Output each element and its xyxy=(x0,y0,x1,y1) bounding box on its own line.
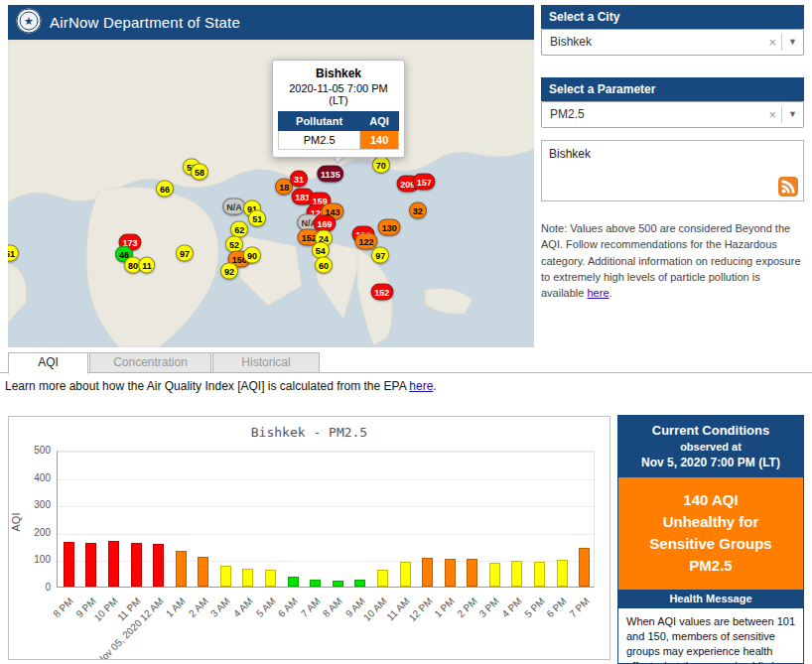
dos-seal-icon: ★ xyxy=(16,8,42,38)
health-message-text: When AQI values are between 101 and 150,… xyxy=(618,608,803,664)
map[interactable]: Bishkek 2020-11-05 7:00 PM (LT) Pollutan… xyxy=(8,40,534,347)
map-marker[interactable]: 51 xyxy=(248,210,266,227)
map-marker[interactable]: 97 xyxy=(176,245,194,262)
map-marker[interactable]: 58 xyxy=(191,163,208,180)
chart-y-tick: 100 xyxy=(15,554,51,565)
map-marker[interactable]: 97 xyxy=(371,247,389,264)
svg-text:★: ★ xyxy=(24,15,34,27)
tab-historical[interactable]: Historical xyxy=(212,352,320,373)
chart-bar xyxy=(557,560,568,587)
current-conditions-panel: Current Conditions observed at Nov 5, 20… xyxy=(617,415,804,664)
chart-bar xyxy=(354,580,365,587)
popup-city: Bishkek xyxy=(278,66,399,80)
beyond-aqi-note: Note: Values above 500 are considered Be… xyxy=(541,220,805,301)
map-marker[interactable]: 92 xyxy=(220,263,238,280)
chart-title: Bishkek - PM2.5 xyxy=(9,425,609,440)
popup-timezone: (LT) xyxy=(278,94,399,106)
chart-bar xyxy=(377,570,388,587)
map-marker[interactable]: 130 xyxy=(378,219,401,236)
parameter-clear-icon[interactable]: × xyxy=(768,102,776,127)
parameter-select-value: PM2.5 xyxy=(550,102,585,127)
chart-y-tick: 300 xyxy=(15,499,51,510)
map-landmass xyxy=(8,40,534,347)
tab-aqi[interactable]: AQI xyxy=(8,352,88,374)
chart-bar xyxy=(467,559,477,587)
popup-col-pollutant: Pollutant xyxy=(279,112,360,131)
epa-here-link[interactable]: here xyxy=(409,379,433,393)
chart-y-tick: 200 xyxy=(15,527,51,538)
map-marker[interactable]: 60 xyxy=(315,256,333,273)
map-marker[interactable]: 31 xyxy=(290,171,308,188)
chart-bar xyxy=(131,543,142,587)
map-marker[interactable]: 70 xyxy=(372,156,390,173)
chart-y-tick: 0 xyxy=(15,582,51,593)
aqi-value: 140 AQI xyxy=(628,489,793,511)
city-select[interactable]: Bishkek × ▼ xyxy=(541,29,804,56)
note-here-link[interactable]: here xyxy=(587,287,609,299)
tab-concentration[interactable]: Concentration xyxy=(89,352,211,373)
select-divider xyxy=(781,106,782,123)
feed-box: Bishkek xyxy=(541,140,804,201)
chart-bar xyxy=(220,566,231,587)
chart-bar xyxy=(153,544,164,587)
city-chevron-down-icon[interactable]: ▼ xyxy=(788,30,797,55)
map-marker[interactable]: 32 xyxy=(409,202,427,219)
page: ★ AirNow Department of State Bishkek 202… xyxy=(0,0,812,664)
select-divider xyxy=(781,34,782,51)
chart-y-axis-label: AQI xyxy=(10,487,22,557)
select-city-header: Select a City xyxy=(541,5,804,29)
popup-aqi-value: 140 xyxy=(360,131,399,150)
map-marker[interactable]: 90 xyxy=(243,247,261,264)
chart-bar xyxy=(333,581,343,587)
map-popup: Bishkek 2020-11-05 7:00 PM (LT) Pollutan… xyxy=(272,60,405,158)
chart-bar xyxy=(85,543,96,587)
chart-gridline xyxy=(58,479,594,480)
chart-bar xyxy=(288,577,299,587)
feed-city-label: Bishkek xyxy=(549,147,591,161)
aqi-pollutant: PM2.5 xyxy=(628,555,793,577)
popup-datetime: 2020-11-05 7:00 PM xyxy=(278,82,399,94)
rss-icon[interactable] xyxy=(778,177,798,197)
aqi-chart-panel: Bishkek - PM2.5 AQI 01002003004005008 PM… xyxy=(8,416,610,660)
chart-bar xyxy=(400,562,411,587)
chart-bar xyxy=(198,557,208,587)
map-marker[interactable]: 11 xyxy=(138,256,156,273)
epa-note: Learn more about how the Air Quality Ind… xyxy=(5,379,437,393)
city-select-value: Bishkek xyxy=(550,30,592,55)
chart-gridline xyxy=(58,452,594,453)
parameter-select[interactable]: PM2.5 × ▼ xyxy=(541,101,804,128)
chart-bar xyxy=(579,548,590,587)
chart-bar xyxy=(422,558,433,587)
chart-bar xyxy=(64,542,74,587)
chart-bar xyxy=(310,580,321,587)
chart-gridline xyxy=(58,506,594,507)
chart-y-tick: 500 xyxy=(15,445,51,456)
chart-bar xyxy=(242,569,253,587)
parameter-chevron-down-icon[interactable]: ▼ xyxy=(788,102,797,127)
observed-at-time: Nov 5, 2020 7:00 PM (LT) xyxy=(622,456,799,469)
chart-bar xyxy=(534,562,545,587)
chart-bar xyxy=(489,563,500,587)
chart-bar xyxy=(445,559,456,587)
map-marker[interactable]: 157 xyxy=(413,173,436,190)
chart-bar xyxy=(108,541,119,587)
select-parameter-header: Select a Parameter xyxy=(541,77,804,101)
page-title: AirNow Department of State xyxy=(50,14,240,31)
current-conditions-title: Current Conditions xyxy=(622,423,799,438)
city-clear-icon[interactable]: × xyxy=(768,30,776,55)
map-marker[interactable]: 152 xyxy=(370,283,393,300)
chart-gridline xyxy=(58,534,594,535)
health-message-header: Health Message xyxy=(618,590,803,608)
aqi-category: Unhealthy for Sensitive Groups xyxy=(628,511,793,555)
app-header: ★ AirNow Department of State xyxy=(8,5,534,40)
popup-pollutant-value: PM2.5 xyxy=(279,131,360,150)
chart-bar xyxy=(265,570,276,587)
chart-bar xyxy=(511,561,522,587)
map-marker[interactable]: 66 xyxy=(156,181,174,198)
chart-y-tick: 400 xyxy=(15,472,51,483)
observed-at-label: observed at xyxy=(622,441,799,453)
chart-bar xyxy=(176,551,187,587)
chart-plot xyxy=(57,451,595,588)
map-marker[interactable]: 1135 xyxy=(317,165,344,182)
tab-divider-line xyxy=(0,372,812,373)
